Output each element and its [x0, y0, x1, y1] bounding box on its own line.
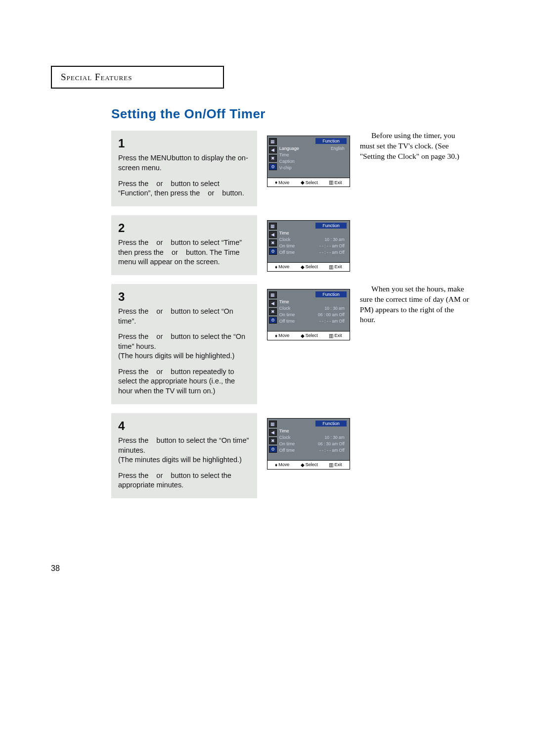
menu-icon: ▥ — [329, 264, 333, 270]
footer-move: Move — [278, 462, 289, 467]
side-note-2: When you set the hours, make sure the co… — [360, 284, 471, 404]
footer-move: Move — [278, 333, 289, 338]
osd-value: - - : - - am Off — [319, 447, 345, 454]
osd-panel: ▦ ◀ ✖ ⚙ Function Time Clock10 : 30 am On… — [267, 289, 350, 340]
osd-tag: Function — [315, 291, 347, 297]
step-number: 1 — [118, 136, 250, 151]
osd-tag: Function — [315, 421, 347, 426]
osd-screenshot-1: ▦ ◀ ✖ ⚙ Function LanguageEnglish Time Ca… — [267, 131, 350, 206]
leftright-icon: ◆ — [301, 333, 305, 338]
osd-label: V-chip — [279, 165, 292, 171]
channel-icon: ✖ — [269, 155, 277, 162]
picture-icon: ▦ — [269, 223, 277, 230]
osd-icon-strip: ▦ ◀ ✖ ⚙ — [267, 221, 278, 262]
section-header: Special Features — [61, 72, 132, 82]
channel-icon: ✖ — [269, 437, 277, 444]
footer-select: Select — [306, 264, 318, 269]
function-icon: ⚙ — [269, 317, 277, 324]
step-paragraph: Press the or button to select the approp… — [118, 471, 250, 490]
osd-screenshot-2: ▦ ◀ ✖ ⚙ Function Time Clock10 : 30 am On… — [267, 215, 350, 275]
step-1-row: 1 Press the MENUbutton to display the on… — [111, 131, 471, 206]
page-title: Setting the On/Off Timer — [111, 106, 471, 122]
footer-select: Select — [306, 333, 318, 338]
step-number: 4 — [118, 418, 250, 434]
osd-label: Caption — [279, 158, 295, 165]
sound-icon: ◀ — [269, 429, 277, 436]
osd-label: On time — [279, 441, 295, 447]
osd-value: - - : - - am Off — [319, 249, 345, 256]
leftright-icon: ◆ — [301, 180, 305, 185]
footer-select: Select — [306, 180, 318, 185]
note-text: Before using the timer, you must set the… — [360, 131, 471, 162]
osd-label: Off time — [279, 318, 295, 325]
step-2-text: 2 Press the or button to select “Time” t… — [111, 215, 257, 275]
step-4-row: 4 Press the button to select the “On tim… — [111, 413, 471, 498]
osd-subhead: Time — [279, 299, 289, 305]
osd-icon-strip: ▦ ◀ ✖ ⚙ — [267, 136, 278, 178]
function-icon: ⚙ — [269, 248, 277, 255]
page-number: 38 — [51, 564, 60, 573]
picture-icon: ▦ — [269, 291, 277, 298]
osd-label: Time — [279, 152, 289, 158]
step-2-row: 2 Press the or button to select “Time” t… — [111, 215, 471, 275]
osd-value: 10 : 30 am — [325, 434, 345, 441]
menu-icon: ▥ — [329, 180, 333, 185]
osd-panel: ▦ ◀ ✖ ⚙ Function LanguageEnglish Time Ca… — [267, 136, 350, 187]
sound-icon: ◀ — [269, 300, 277, 307]
footer-select: Select — [306, 462, 318, 467]
picture-icon: ▦ — [269, 138, 277, 145]
footer-move: Move — [278, 180, 289, 185]
step-paragraph: Press the or button to select the “On ti… — [118, 332, 250, 361]
osd-label: On time — [279, 243, 295, 249]
updown-icon: ♦ — [275, 264, 277, 270]
picture-icon: ▦ — [269, 421, 277, 427]
leftright-icon: ◆ — [301, 462, 305, 468]
osd-label: Off time — [279, 447, 295, 454]
footer-move: Move — [278, 264, 289, 269]
sound-icon: ◀ — [269, 231, 277, 238]
osd-value: 10 : 30 am — [325, 305, 345, 312]
osd-menu: Function Time Clock10 : 30 am On time- -… — [278, 221, 350, 262]
footer-exit: Exit — [334, 333, 342, 338]
step-3-row: 3 Press the or button to select “On time… — [111, 284, 471, 404]
osd-footer: ♦Move ◆Select ▥Exit — [267, 460, 350, 469]
osd-label: On time — [279, 312, 295, 318]
footer-exit: Exit — [334, 462, 342, 467]
osd-value: - - : - - am Off — [319, 243, 345, 249]
osd-label: Clock — [279, 236, 291, 243]
osd-tag: Function — [315, 138, 347, 144]
updown-icon: ♦ — [275, 333, 277, 338]
note-text: When you set the hours, make sure the co… — [360, 284, 471, 326]
leftright-icon: ◆ — [301, 264, 305, 270]
step-paragraph: Press the or button to select “Function”… — [118, 179, 250, 198]
osd-label: Language — [279, 145, 299, 152]
side-note-1: Before using the timer, you must set the… — [360, 131, 471, 206]
footer-exit: Exit — [334, 264, 342, 269]
osd-tag: Function — [315, 223, 347, 229]
channel-icon: ✖ — [269, 308, 277, 315]
updown-icon: ♦ — [275, 462, 277, 468]
updown-icon: ♦ — [275, 180, 277, 185]
osd-footer: ♦Move ◆Select ▥Exit — [267, 262, 350, 271]
osd-subhead: Time — [279, 230, 289, 236]
osd-value: 10 : 30 am — [325, 236, 345, 243]
osd-panel: ▦ ◀ ✖ ⚙ Function Time Clock10 : 30 am On… — [267, 220, 350, 272]
osd-menu: Function Time Clock10 : 30 am On time06 … — [278, 419, 350, 460]
osd-screenshot-4: ▦ ◀ ✖ ⚙ Function Time Clock10 : 30 am On… — [267, 413, 350, 498]
osd-label: Clock — [279, 305, 291, 312]
step-paragraph: Press the MENUbutton to display the on-s… — [118, 153, 250, 173]
osd-icon-strip: ▦ ◀ ✖ ⚙ — [267, 419, 278, 460]
step-1-text: 1 Press the MENUbutton to display the on… — [111, 131, 257, 206]
step-4-text: 4 Press the button to select the “On tim… — [111, 413, 257, 498]
osd-icon-strip: ▦ ◀ ✖ ⚙ — [267, 289, 278, 331]
osd-value: 06 : 30 am Off — [318, 441, 345, 447]
osd-label: Clock — [279, 434, 291, 441]
step-number: 2 — [118, 220, 250, 236]
osd-menu: Function Time Clock10 : 30 am On time06 … — [278, 289, 350, 331]
osd-subhead: Time — [279, 428, 289, 434]
step-number: 3 — [118, 289, 250, 305]
section-header-box: Special Features — [51, 66, 224, 89]
osd-value: English — [331, 145, 345, 152]
function-icon: ⚙ — [269, 446, 277, 453]
sound-icon: ◀ — [269, 146, 277, 153]
